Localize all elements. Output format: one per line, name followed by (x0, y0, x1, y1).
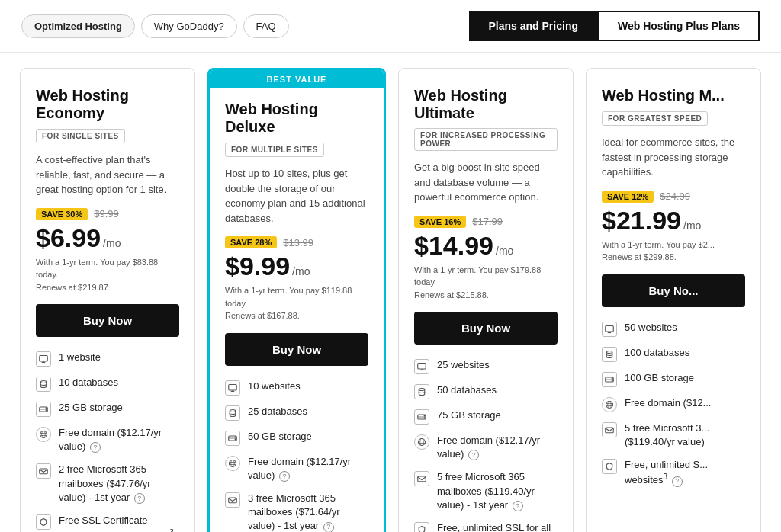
price-row: $14.99 /mo (414, 231, 558, 261)
feature-item: 75 GB storage (414, 409, 558, 425)
plan-card-ultimate: Web Hosting UltimateFOR INCREASED PROCES… (398, 68, 574, 532)
price-period: /mo (496, 245, 513, 257)
buy-button[interactable]: Buy Now (225, 333, 368, 366)
save-badge: SAVE 30% (36, 208, 88, 220)
svg-point-34 (419, 439, 426, 446)
svg-point-45 (612, 377, 612, 378)
feature-text: 3 free Microsoft 365 mailboxes ($71.64/y… (248, 492, 368, 532)
nav-item-faq[interactable]: FAQ (243, 14, 289, 38)
svg-rect-38 (418, 476, 426, 482)
globe-icon (602, 397, 617, 412)
mail-icon (36, 463, 51, 479)
plan-description: Get a big boost in site speed and databa… (414, 160, 558, 205)
storage-icon (602, 372, 617, 387)
save-row: SAVE 28% $13.99 (225, 236, 368, 248)
buy-button[interactable]: Buy No... (602, 274, 745, 307)
feature-item: 1 website (36, 351, 179, 367)
globe-icon (414, 434, 429, 450)
feature-item: 25 websites (414, 358, 558, 374)
database-icon (414, 384, 429, 399)
save-badge: SAVE 16% (414, 216, 466, 228)
svg-point-19 (235, 436, 236, 437)
info-icon[interactable]: ? (279, 471, 290, 482)
nav-left: Optimized HostingWhy GoDaddy?FAQ (21, 14, 289, 38)
info-icon[interactable]: ? (134, 493, 145, 504)
feature-text: Free domain ($12.17/yr value) ? (248, 455, 368, 482)
svg-point-6 (46, 408, 47, 409)
feature-text: 2 free Microsoft 365 mailboxes ($47.76/y… (59, 463, 179, 505)
nav-item-why-godaddy?[interactable]: Why GoDaddy? (141, 14, 237, 38)
feature-item: 50 websites (602, 321, 745, 337)
nav-btn-plans-pricing[interactable]: Plans and Pricing (469, 11, 598, 41)
svg-point-47 (606, 401, 613, 408)
feature-item: Free, unlimited S... websites3 ? (602, 458, 745, 488)
feature-text: 100 databases (625, 346, 689, 360)
database-icon (602, 347, 617, 362)
feature-text: Free, unlimited SSL for all your website… (437, 521, 558, 532)
info-icon[interactable]: ? (90, 442, 101, 453)
feature-text: Free SSL Certificate ($99.99/yr value) -… (59, 514, 179, 532)
storage-icon (225, 431, 240, 446)
globe-icon (36, 427, 51, 442)
old-price: $9.99 (94, 208, 119, 220)
feature-text: 100 GB storage (625, 371, 694, 385)
plan-card-deluxe: BEST VALUEWeb Hosting DeluxeFOR MULTIPLE… (207, 68, 386, 532)
price-note: With a 1-yr term. You pay $2...Renews at… (602, 239, 745, 264)
plan-description: A cost-effective plan that's reliable, f… (36, 152, 179, 197)
price-value: $21.99 (602, 206, 681, 236)
buy-button[interactable]: Buy Now (414, 312, 558, 345)
database-icon (225, 405, 240, 421)
buy-button[interactable]: Buy Now (36, 304, 179, 337)
svg-point-16 (230, 409, 236, 412)
plan-title: Web Hosting Economy (36, 87, 179, 122)
info-icon[interactable]: ? (513, 501, 523, 511)
feature-text: 10 databases (59, 376, 118, 389)
plan-title: Web Hosting M... (602, 87, 745, 104)
storage-icon (414, 409, 429, 425)
feature-item: 25 databases (225, 405, 368, 421)
feature-text: 25 websites (437, 358, 490, 372)
price-row: $21.99 /mo (602, 206, 745, 236)
feature-text: 50 websites (625, 321, 677, 335)
nav-btn-plus-plans[interactable]: Web Hosting Plus Plans (598, 11, 760, 41)
nav-item-optimized-hosting[interactable]: Optimized Hosting (21, 14, 135, 38)
feature-text: Free domain ($12.17/yr value) ? (437, 434, 558, 461)
feature-item: 3 free Microsoft 365 mailboxes ($71.64/y… (225, 492, 368, 532)
features-list: 10 websites 25 databases 50 GB storage F… (225, 380, 368, 533)
plan-subtitle: FOR GREATEST SPEED (602, 111, 708, 126)
old-price: $17.99 (472, 216, 503, 227)
svg-point-29 (419, 389, 425, 391)
plan-description: Ideal for ecommerce sites, the fastest i… (602, 135, 745, 180)
svg-point-46 (612, 380, 612, 380)
svg-point-8 (40, 431, 47, 438)
svg-point-35 (420, 439, 424, 446)
feature-item: 10 websites (225, 380, 368, 396)
plan-card-economy: Web Hosting EconomyFOR SINGLE SITESA cos… (20, 68, 195, 532)
feature-text: 75 GB storage (437, 409, 501, 422)
svg-point-22 (231, 460, 235, 466)
top-navigation: Optimized HostingWhy GoDaddy?FAQ Plans a… (0, 0, 781, 53)
features-list: 50 websites 100 databases 100 GB storage… (602, 321, 745, 488)
feature-text: 5 free Microsoft 3... ($119.40/yr value) (625, 421, 745, 449)
globe-icon (225, 456, 240, 471)
feature-text: 25 databases (248, 405, 307, 418)
info-icon[interactable]: ? (672, 476, 683, 487)
price-row: $6.99 /mo (36, 223, 179, 253)
mail-icon (414, 471, 429, 486)
svg-rect-26 (418, 364, 426, 370)
info-icon[interactable]: ? (323, 522, 334, 532)
svg-point-7 (46, 410, 47, 411)
feature-item: 50 GB storage (225, 430, 368, 446)
svg-point-48 (608, 401, 612, 408)
price-value: $9.99 (225, 252, 290, 281)
feature-item: Free domain ($12.17/yr value) ? (225, 455, 368, 482)
svg-point-32 (424, 415, 425, 416)
save-badge: SAVE 12% (602, 191, 654, 203)
feature-item: 50 databases (414, 383, 558, 399)
feature-text: 50 GB storage (248, 430, 312, 444)
feature-text: 1 website (59, 351, 101, 364)
svg-rect-12 (40, 469, 48, 474)
feature-item: Free domain ($12.17/yr value) ? (36, 426, 179, 453)
plan-title: Web Hosting Ultimate (414, 87, 558, 122)
info-icon[interactable]: ? (468, 450, 479, 460)
